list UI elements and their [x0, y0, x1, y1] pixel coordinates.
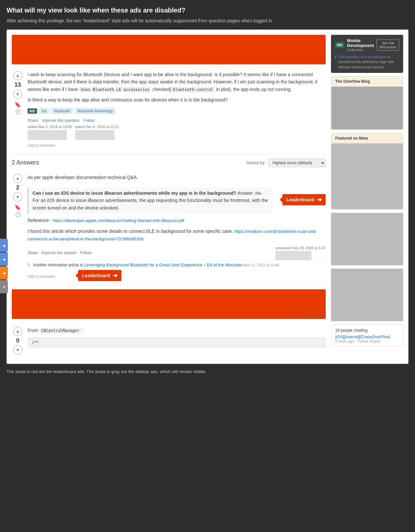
answer-1-bookmark[interactable]: 🔖 [14, 204, 21, 211]
answer-1-body: As per apple developer documentation tec… [28, 174, 326, 281]
comment-link[interactable]: Leveraging Background Bluetooth for a Gr… [84, 262, 202, 267]
comment-text-part: Another informative article is [33, 263, 84, 267]
side-btn-2[interactable]: ◀ [0, 253, 8, 266]
collective-name-block: Mobile Development Collective [347, 38, 374, 52]
tag-ios[interactable]: ios [39, 108, 49, 114]
vote-down-button[interactable]: ▼ [13, 90, 22, 99]
question-text-part3: in plist), the app ends up not running. [215, 87, 292, 92]
chat-time: 9 hours ago · Tushar Gogna [335, 339, 399, 343]
bookmark-icon[interactable]: 🔖 [14, 101, 21, 108]
tag-bluetooth-lowenergy[interactable]: bluetooth-lowenergy [75, 108, 116, 114]
side-btn-3[interactable]: ◀ [0, 266, 8, 279]
right-col: MD Mobile Development Collective Join th… [331, 35, 403, 359]
collective-title: Mobile Development [347, 38, 374, 48]
from-label: From [28, 328, 40, 333]
page-header: What will my view look like when these a… [7, 7, 408, 24]
blockquote-bold: Can I use an iOS device to issue iBeacon… [33, 190, 236, 196]
answer-1-history[interactable]: 🕐 [15, 212, 21, 217]
overflow-blog-body [331, 87, 403, 129]
answer-1: ▲ 2 ▼ 🔖 🕐 As per apple developer documen… [12, 170, 326, 285]
bottom-caption: The areas in red are the leaderboard ads… [7, 368, 408, 375]
tags-row: MD ios bluetooth bluetooth-lowenergy [28, 108, 326, 114]
question-meta-row: Share Improve this question Follow [28, 118, 326, 123]
leaderboard-label-2: Leaderboard ➜ [78, 270, 121, 281]
edited-label: edited Mar 2, 2016 at 19:06 [28, 125, 72, 129]
improve-question-link[interactable]: Improve this question [42, 118, 79, 123]
answers-count: 2 Answers [12, 159, 39, 166]
reference-link[interactable]: https://developer.apple.com/ibeacon/Gett… [53, 218, 184, 223]
side-btn-1[interactable]: ◀ [0, 239, 8, 252]
page-title: What will my view look like when these a… [7, 7, 408, 14]
answer-1-meta-row: Share Improve this answer Follow answere… [28, 246, 326, 260]
leaderboard-arrow-1: ➜ [317, 196, 322, 203]
sidebar-ad-1 [331, 213, 403, 265]
colon: : [82, 328, 83, 333]
answers-header: 2 Answers Sorted by: Highest score (defa… [12, 154, 326, 170]
featured-meta-header: Featured on Meta [331, 133, 403, 144]
answer-2: ▲ 0 ▼ From CBCentralManager : /** [12, 323, 326, 359]
answer-1-intro-text: As per apple developer documentation tec… [28, 175, 138, 180]
main-container: ▲ 13 ▼ 🔖 🕐 I wish to keep scanning for B… [7, 30, 408, 364]
vote-count: 13 [14, 81, 21, 88]
content-layout: ▲ 13 ▼ 🔖 🕐 I wish to keep scanning for B… [12, 35, 403, 359]
join-discussion-button[interactable]: Join thediscussion [377, 39, 399, 51]
ad-banner-bottom: Report this ad [12, 289, 326, 319]
add-comment-question[interactable]: Add a comment [28, 142, 326, 149]
sidebar-chat: 19 people chatting [iOS][Android][ChaosO… [331, 324, 403, 347]
comment-author[interactable]: Ed of the Mountain [207, 262, 243, 267]
answer-1-intro: As per apple developer documentation tec… [28, 174, 326, 181]
side-btn-x[interactable]: ✕ [0, 280, 8, 293]
history-icon[interactable]: 🕐 [15, 109, 21, 114]
inline-code-1: Uses Bluetooth LE accessories [79, 87, 151, 93]
vote-col: ▲ 13 ▼ 🔖 🕐 [12, 71, 24, 149]
answer-2-vote-count: 0 [16, 337, 19, 344]
answer-1-improve[interactable]: Improve this answer [41, 251, 76, 255]
article-text: I found this article which provides some… [28, 229, 234, 234]
answer-2-vote-up[interactable]: ▲ [13, 327, 22, 336]
comment-text: Another informative article is Leveragin… [33, 262, 279, 267]
editor-card [28, 130, 67, 140]
vote-up-button[interactable]: ▲ [13, 71, 22, 80]
meta-info-row: edited Mar 2, 2016 at 19:06 asked Dec 6,… [28, 125, 326, 140]
asked-info: asked Dec 6, 2015 at 12:21 [75, 125, 120, 140]
sorted-by-label: Sorted by: [246, 160, 266, 165]
answer-2-vote-down[interactable]: ▼ [13, 345, 22, 355]
collective-info-link[interactable]: This question is in a collective: [338, 55, 387, 59]
sort-select[interactable]: Highest score (default) Trending Date mo… [268, 159, 326, 167]
answer-1-answered-info: answered Sep 29, 2020 at 5:31 [275, 246, 326, 260]
ref-label: Reference - [28, 218, 53, 223]
answer-1-vote-count: 2 [16, 184, 19, 191]
md-badge: MD [28, 108, 37, 114]
add-comment-answer-1[interactable]: Add a comment [28, 273, 55, 280]
answer-1-vote-down[interactable]: ▼ [13, 192, 22, 202]
answer-1-follow[interactable]: Follow [80, 251, 91, 255]
comment-count: 1 [28, 262, 30, 267]
share-link[interactable]: Share [28, 118, 38, 123]
answer-1-blockquote: Can I use an iOS device to issue iBeacon… [28, 188, 273, 213]
leaderboard-text-1: Leaderboard [286, 197, 314, 202]
code-block: /** [28, 337, 326, 348]
sort-row: Sorted by: Highest score (default) Trend… [246, 159, 326, 167]
report-ad[interactable]: Report this ad [301, 314, 324, 318]
featured-meta-body [331, 144, 403, 209]
leaderboard-1-container: Leaderboard ➜ [276, 194, 326, 205]
tag-bluetooth[interactable]: bluetooth [51, 108, 73, 114]
answer-2-vote-col: ▲ 0 ▼ [12, 327, 24, 355]
chat-topic[interactable]: [iOS][Android][ChaosOverFlow] [335, 335, 399, 339]
collective-header: MD Mobile Development Collective Join th… [335, 38, 399, 52]
cb-central-code: CBCentralManager [40, 328, 81, 334]
leaderboard-text-2: Leaderboard [82, 273, 110, 278]
answerer-card [275, 251, 312, 260]
asked-label: asked Dec 6, 2015 at 12:21 [75, 125, 120, 129]
overflow-blog-card: The Overflow Blog [331, 76, 403, 130]
answered-label: answered Sep 29, 2020 at 5:31 [275, 246, 326, 250]
ad-banner-top [12, 35, 326, 64]
follow-link[interactable]: Follow [83, 118, 95, 123]
comment-dash: – [204, 263, 207, 267]
inline-code-2: bluetooth-central [171, 87, 215, 93]
answer-1-article: I found this article which provides some… [28, 228, 326, 243]
answer-1-vote-up[interactable]: ▲ [13, 174, 22, 183]
answer-1-share[interactable]: Share [28, 251, 38, 255]
collective-info: ℹ This question is in a collective: a su… [335, 55, 399, 70]
leaderboard-2-row: Add a comment Leaderboard ➜ [28, 270, 326, 281]
